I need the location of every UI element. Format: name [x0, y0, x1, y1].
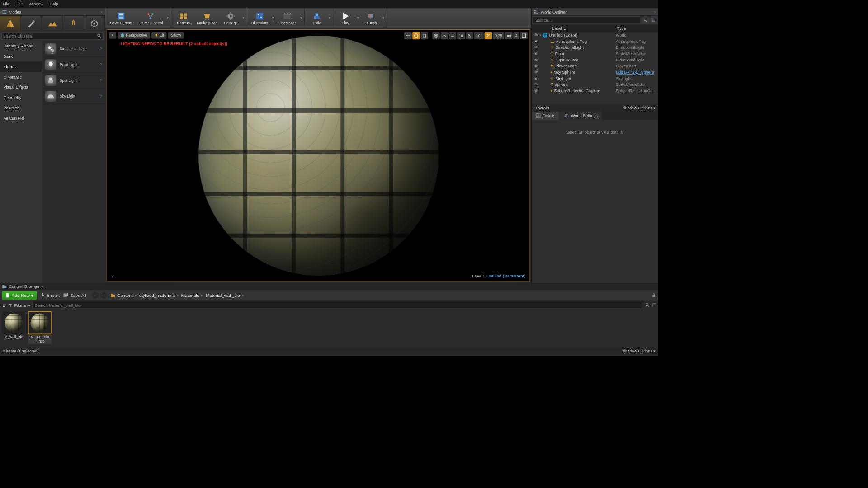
forward-button[interactable]: → — [100, 292, 107, 299]
outliner-row[interactable]: 👁● Sky SphereEdit BP_Sky_Sphere — [532, 69, 658, 75]
outliner-row[interactable]: 👁⚑ Player StartPlayerStart — [532, 63, 658, 70]
angle-snap-button[interactable] — [466, 32, 473, 40]
scale-snap-button[interactable] — [485, 32, 492, 40]
visibility-icon[interactable]: 👁 — [533, 89, 539, 94]
dropdown-icon[interactable]: ▼ — [328, 8, 332, 28]
cat-geometry[interactable]: Geometry — [0, 93, 42, 103]
help-icon[interactable]: ? — [99, 46, 102, 51]
visibility-icon[interactable]: 👁 — [533, 76, 539, 81]
visibility-icon[interactable]: 👁 — [533, 45, 539, 50]
settings-button[interactable]: Settings — [220, 8, 241, 28]
crumb-content[interactable]: Content — [117, 293, 133, 298]
level-name-link[interactable]: Untitled (Persistent) — [486, 273, 526, 278]
cat-lights[interactable]: Lights — [0, 61, 42, 72]
dropdown-icon[interactable]: ▼ — [241, 8, 245, 28]
modes-search-input[interactable] — [3, 33, 97, 38]
grid-snap-value[interactable]: 10 — [457, 32, 465, 40]
item-spot-light[interactable]: Spot Light ? — [42, 73, 105, 89]
cat-visual-effects[interactable]: Visual Effects — [0, 82, 42, 93]
filters-button[interactable]: Filters ▾ — [8, 303, 30, 308]
viewport-options-dropdown[interactable] — [109, 32, 116, 39]
search-icon[interactable] — [642, 17, 649, 23]
content-browser-tab[interactable]: Content Browser — [9, 284, 40, 289]
maximize-viewport-button[interactable] — [520, 32, 528, 40]
show-dropdown[interactable]: Show — [168, 32, 184, 39]
surface-snap-button[interactable] — [440, 32, 448, 40]
cat-volumes[interactable]: Volumes — [0, 103, 42, 113]
details-tab[interactable]: Details — [532, 112, 559, 120]
help-icon[interactable]: ? — [111, 273, 113, 278]
cat-basic[interactable]: Basic — [0, 52, 42, 62]
outliner-search-input[interactable] — [533, 17, 641, 23]
crumb-item[interactable]: Material_wall_tile — [206, 293, 240, 298]
play-button[interactable]: Play — [335, 8, 356, 28]
crumb-item[interactable]: stylized_materials — [139, 293, 175, 298]
sources-toggle-button[interactable] — [2, 303, 6, 307]
dropdown-icon[interactable]: ▼ — [382, 8, 386, 28]
close-icon[interactable]: × — [100, 9, 103, 14]
outliner-row[interactable]: 👁⬠ spheraStaticMeshActor — [532, 81, 658, 88]
visibility-icon[interactable]: 👁 — [533, 57, 539, 62]
paint-mode-button[interactable] — [21, 16, 42, 31]
cat-cinematic[interactable]: Cinematic — [0, 72, 42, 82]
visibility-icon[interactable]: 👁 — [533, 52, 539, 56]
item-point-light[interactable]: Point Light ? — [42, 57, 105, 73]
asset-thumbnail[interactable]: M_wall_tile_Inst — [28, 312, 52, 344]
blueprints-button[interactable]: Blueprints — [249, 8, 271, 28]
outliner-options-button[interactable] — [650, 17, 657, 23]
launch-button[interactable]: Launch — [360, 8, 382, 28]
landscape-mode-button[interactable] — [42, 16, 63, 31]
outliner-row[interactable]: 👁☁ Atmospheric FogAtmosphericFog — [532, 38, 658, 45]
close-icon[interactable]: × — [654, 9, 656, 14]
outliner-row[interactable]: 👁☀ SkyLightSkyLight — [532, 75, 658, 82]
menu-file[interactable]: File — [3, 2, 9, 7]
menu-help[interactable]: Help — [50, 2, 58, 7]
content-search-input[interactable] — [33, 302, 643, 309]
outliner-row[interactable]: 👁☀ DirectionalLightDirectionalLight — [532, 45, 658, 51]
outliner-col-type[interactable]: Type — [617, 26, 658, 31]
modes-search[interactable] — [1, 32, 104, 40]
close-icon[interactable]: × — [42, 284, 44, 289]
actor-type[interactable]: Edit BP_Sky_Sphere — [616, 70, 657, 75]
world-settings-tab[interactable]: World Settings — [560, 112, 602, 120]
help-icon[interactable]: ? — [99, 78, 102, 83]
save-current-button[interactable]: Save Current — [107, 8, 135, 28]
dropdown-icon[interactable]: ▼ — [165, 8, 170, 28]
lit-dropdown[interactable]: Lit — [151, 32, 167, 39]
world-outliner-tab[interactable]: World Outliner × — [532, 8, 658, 16]
level-viewport[interactable]: Perspective Lit Show LIGHTING NEEDS TO B… — [107, 29, 530, 282]
scale-snap-value[interactable]: 0,25 — [493, 32, 504, 40]
view-options-button[interactable]: 👁 View Options ▾ — [623, 106, 656, 111]
dropdown-icon[interactable]: ▼ — [271, 8, 275, 28]
help-icon[interactable]: ? — [99, 94, 102, 99]
import-button[interactable]: Import — [40, 293, 59, 298]
visibility-icon[interactable]: 👁 — [533, 82, 539, 87]
perspective-dropdown[interactable]: Perspective — [118, 32, 150, 39]
cinematics-button[interactable]: Cinematics — [275, 8, 299, 28]
outliner-row[interactable]: 👁☀ Light SourceDirectionalLight — [532, 57, 658, 63]
search-icon[interactable] — [645, 303, 650, 308]
modes-tab[interactable]: Modes × — [0, 8, 105, 16]
visibility-icon[interactable]: 👁 — [533, 33, 539, 38]
foliage-mode-button[interactable] — [63, 16, 84, 31]
visibility-icon[interactable]: 👁 — [533, 64, 539, 69]
camera-speed-button[interactable] — [505, 32, 513, 40]
grid-snap-button[interactable] — [448, 32, 456, 40]
lock-button[interactable] — [651, 293, 656, 298]
dropdown-icon[interactable]: ▼ — [299, 8, 303, 28]
camera-speed-value[interactable]: 4 — [513, 32, 519, 40]
angle-snap-value[interactable]: 10° — [474, 32, 484, 40]
back-button[interactable]: ← — [92, 292, 99, 299]
help-icon[interactable]: ? — [99, 62, 102, 67]
marketplace-button[interactable]: Marketplace — [194, 8, 220, 28]
geometry-mode-button[interactable] — [84, 16, 105, 31]
visibility-icon[interactable]: 👁 — [533, 70, 539, 75]
outliner-root[interactable]: 👁 ▾🌐Untitled (Editor) World — [532, 32, 658, 38]
place-mode-button[interactable] — [0, 16, 21, 31]
item-sky-light[interactable]: Sky Light ? — [42, 89, 105, 104]
outliner-col-label[interactable]: Label ▲ — [551, 26, 617, 31]
add-new-button[interactable]: Add New ▾ — [2, 291, 37, 300]
outliner-row[interactable]: 👁⬠ FloorStaticMeshActor — [532, 51, 658, 57]
asset-thumbnail[interactable]: M_wall_tile — [2, 312, 26, 338]
visibility-icon[interactable]: 👁 — [533, 39, 539, 44]
